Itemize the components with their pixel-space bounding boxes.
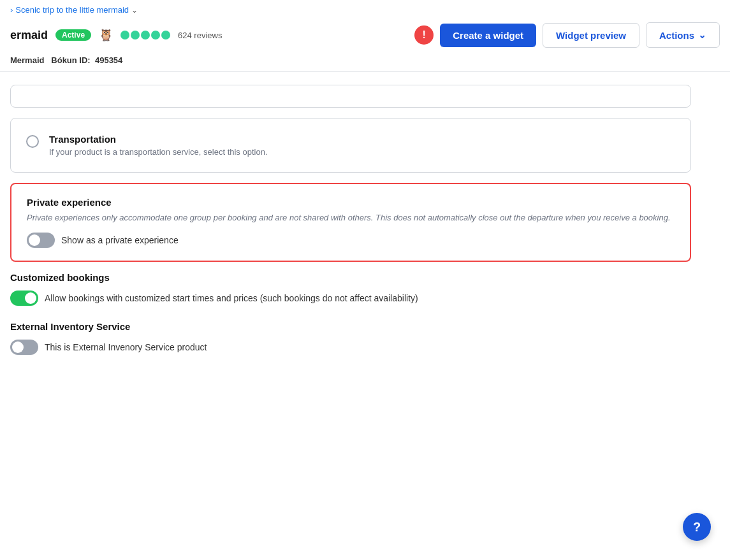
actions-label: Actions: [659, 30, 694, 41]
transportation-card: Transportation If your product is a tran…: [10, 118, 691, 173]
actions-button[interactable]: Actions ⌄: [646, 22, 720, 48]
external-inventory-toggle[interactable]: [10, 340, 38, 355]
transportation-title: Transportation: [49, 134, 268, 145]
active-badge: Active: [55, 29, 91, 41]
customized-bookings-toggle[interactable]: [10, 291, 38, 306]
tripadvisor-icon: 🦉: [99, 28, 113, 42]
external-inventory-section: External Inventory Service This is Exter…: [10, 321, 691, 355]
actions-chevron-icon: ⌄: [698, 29, 706, 41]
breadcrumb-chevron-icon: ⌄: [131, 6, 138, 15]
transportation-radio[interactable]: [26, 135, 39, 148]
subtitle-prefix: Mermaid: [10, 55, 44, 65]
private-experience-description: Private experiences only accommodate one…: [27, 213, 675, 222]
private-experience-toggle[interactable]: [27, 233, 55, 248]
external-inventory-toggle-label: This is External Invenory Service produc…: [45, 342, 207, 352]
reviews-count: 624 reviews: [178, 31, 222, 40]
external-inventory-title: External Inventory Service: [10, 321, 691, 332]
breadcrumb-link[interactable]: Scenic trip to the little mermaid: [15, 5, 129, 15]
customized-bookings-section: Customized bookings Allow bookings with …: [10, 272, 691, 306]
product-title: ermaid: [10, 29, 48, 42]
customized-bookings-toggle-label: Allow bookings with customized start tim…: [45, 293, 418, 303]
partial-card: [10, 85, 691, 108]
alert-icon: !: [414, 25, 434, 45]
create-widget-button[interactable]: Create a widget: [440, 24, 536, 47]
private-experience-toggle-label: Show as a private experience: [61, 235, 179, 245]
customized-bookings-title: Customized bookings: [10, 272, 691, 283]
private-experience-card: Private experience Private experiences o…: [10, 183, 691, 262]
breadcrumb-arrow: ›: [10, 5, 13, 15]
transportation-description: If your product is a transportation serv…: [49, 147, 268, 157]
widget-preview-button[interactable]: Widget preview: [543, 23, 639, 48]
private-experience-title: Private experience: [27, 197, 675, 208]
bokun-label: Bókun ID:: [51, 55, 90, 65]
bokun-id: 495354: [95, 55, 122, 65]
star-rating: [120, 31, 170, 39]
